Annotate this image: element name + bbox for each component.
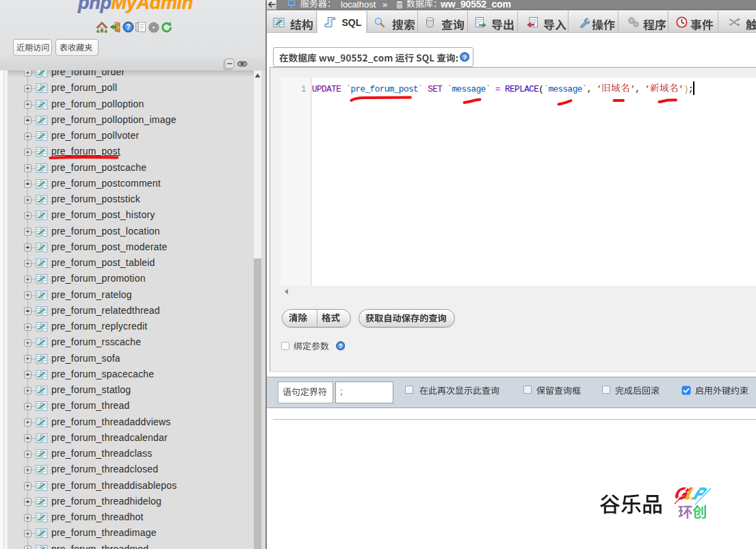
svg-text:?: ? [126, 23, 130, 31]
svg-text:?: ? [339, 343, 342, 349]
svg-text:?: ? [462, 54, 466, 61]
